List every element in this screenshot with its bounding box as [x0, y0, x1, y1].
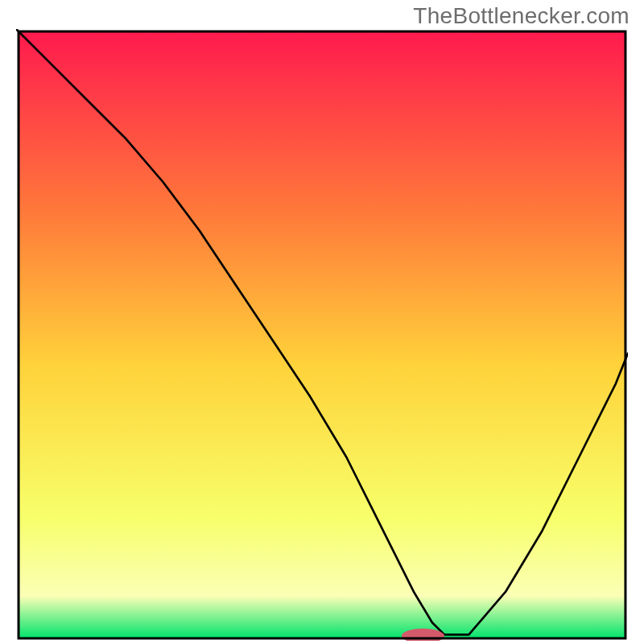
plot-area: [16, 29, 628, 641]
chart-container: TheBottlenecker.com: [0, 0, 644, 644]
watermark-text: TheBottlenecker.com: [413, 3, 630, 29]
chart-svg: [16, 29, 628, 641]
